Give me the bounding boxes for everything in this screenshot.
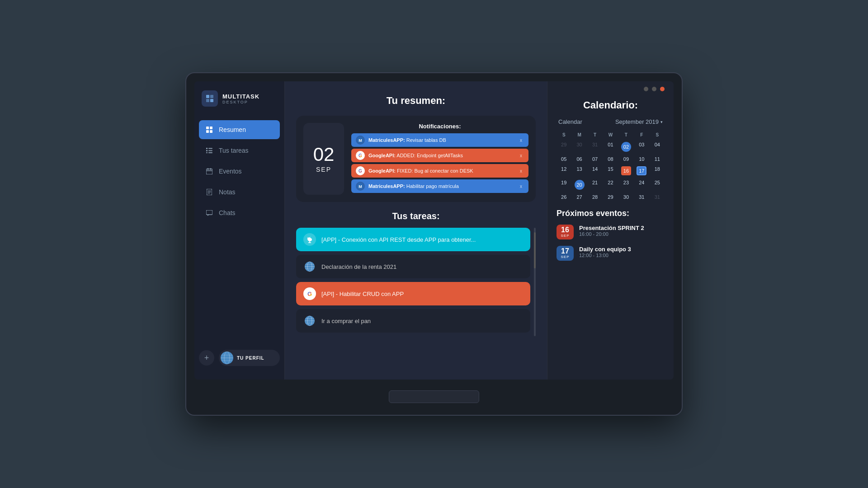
cal-day-29-aug[interactable]: 29 xyxy=(557,140,571,154)
svg-rect-3 xyxy=(210,99,213,102)
brand: MULTITASK DESKTOP xyxy=(194,90,284,120)
sidebar-label-chats: Chats xyxy=(219,209,236,216)
svg-rect-1 xyxy=(210,95,213,98)
cal-day-28[interactable]: 28 xyxy=(588,192,602,202)
dot-3 xyxy=(660,87,665,91)
cal-day-05[interactable]: 05 xyxy=(557,155,571,164)
chevron-down-icon: ▾ xyxy=(660,120,663,124)
cal-header-w: W xyxy=(603,131,618,139)
sidebar-label-tareas: Tus tareas xyxy=(219,147,249,154)
event-time-1: 12:00 - 13:00 xyxy=(579,253,631,258)
add-button[interactable]: + xyxy=(199,350,214,366)
cal-day-08[interactable]: 08 xyxy=(603,155,618,164)
cal-day-19[interactable]: 19 xyxy=(557,178,571,192)
cal-day-21[interactable]: 21 xyxy=(588,178,602,192)
cal-day-18[interactable]: 18 xyxy=(650,164,665,177)
notif-icon-0: M xyxy=(356,136,365,145)
nav-items: Resumen Tus tareas xyxy=(194,120,284,345)
cal-day-23[interactable]: 23 xyxy=(619,178,633,192)
chat-icon xyxy=(205,209,213,217)
notif-text-1: GoogleAPI: ADDED: Endpoint getAllTasks xyxy=(368,153,514,158)
cal-day-22[interactable]: 22 xyxy=(603,178,618,192)
cal-day-10[interactable]: 10 xyxy=(634,155,649,164)
task-item-3[interactable]: Ir a comprar el pan xyxy=(296,309,530,333)
calendar-title: Calendario: xyxy=(557,99,665,111)
cal-day-02[interactable]: 02 xyxy=(619,140,633,154)
calendar-month-text: September 2019 xyxy=(615,118,659,125)
calendar-grid: S M T W T F S 29 30 31 01 02 03 04 05 06… xyxy=(557,131,665,202)
tasks-list: [APP] - Conexión con API REST desde APP … xyxy=(296,228,530,336)
notif-close-0[interactable]: x xyxy=(518,137,524,144)
cal-day-31-oct[interactable]: 31 xyxy=(650,192,665,202)
task-text-0: [APP] - Conexión con API REST desde APP … xyxy=(321,236,523,243)
task-item-1[interactable]: Declaración de la renta 2021 xyxy=(296,255,530,278)
note-icon xyxy=(205,188,213,196)
svg-rect-6 xyxy=(206,130,209,133)
task-item-2[interactable]: G [API] - Habilitar CRUD con APP xyxy=(296,282,530,305)
notif-close-2[interactable]: x xyxy=(518,168,524,174)
tasks-container: [APP] - Conexión con API REST desde APP … xyxy=(296,228,536,336)
notif-item-1: G GoogleAPI: ADDED: Endpoint getAllTasks… xyxy=(351,149,528,162)
event-item-0[interactable]: 16 SEP Presentación SPRINT 2 16:00 - 20:… xyxy=(557,225,665,239)
task-icon-3 xyxy=(303,314,316,327)
event-item-1[interactable]: 17 SEP Daily con equipo 3 12:00 - 13:00 xyxy=(557,246,665,261)
svg-rect-12 xyxy=(206,152,208,153)
svg-rect-10 xyxy=(206,150,208,151)
task-text-2: [API] - Habilitar CRUD con APP xyxy=(321,291,523,297)
scroll-bar[interactable] xyxy=(534,228,536,336)
cal-day-15[interactable]: 15 xyxy=(603,164,618,177)
grid-icon xyxy=(205,126,213,134)
svg-rect-19 xyxy=(208,191,211,191)
cal-day-13[interactable]: 13 xyxy=(572,164,586,177)
cal-header-m: M xyxy=(572,131,586,139)
sidebar-label-eventos: Eventos xyxy=(219,168,242,175)
svg-rect-11 xyxy=(208,150,212,151)
notif-close-3[interactable]: x xyxy=(518,183,524,190)
svg-rect-15 xyxy=(208,168,208,170)
cal-day-26[interactable]: 26 xyxy=(557,192,571,202)
notif-icon-1: G xyxy=(356,151,365,160)
sidebar-item-notas[interactable]: Notas xyxy=(199,183,280,202)
cal-day-12[interactable]: 12 xyxy=(557,164,571,177)
sidebar-item-chats[interactable]: Chats xyxy=(199,203,280,222)
calendar-month-selector[interactable]: September 2019 ▾ xyxy=(615,118,663,125)
notif-text-3: MatriculesAPP: Habilitar pago matrícula xyxy=(368,183,514,189)
cal-header-t2: T xyxy=(619,131,633,139)
laptop-bottom xyxy=(194,380,674,407)
event-details-1: Daily con equipo 3 12:00 - 13:00 xyxy=(579,246,631,258)
cal-day-31-aug[interactable]: 31 xyxy=(588,140,602,154)
notif-close-1[interactable]: x xyxy=(518,152,524,159)
svg-rect-17 xyxy=(206,170,212,171)
cal-day-07[interactable]: 07 xyxy=(588,155,602,164)
cal-day-29-sep[interactable]: 29 xyxy=(603,192,618,202)
task-item-0[interactable]: [APP] - Conexión con API REST desde APP … xyxy=(296,228,530,251)
svg-rect-5 xyxy=(210,127,212,129)
cal-day-27[interactable]: 27 xyxy=(572,192,586,202)
cal-day-20[interactable]: 20 xyxy=(572,178,586,192)
cal-day-17[interactable]: 17 xyxy=(634,164,649,177)
notif-text-0: MatriculesAPP: Revisar tablas DB xyxy=(368,137,514,143)
cal-day-30-aug[interactable]: 30 xyxy=(572,140,586,154)
cal-header-s2: S xyxy=(650,131,665,139)
cal-header-f: F xyxy=(634,131,649,139)
right-panel: Calendario: Calendar September 2019 ▾ S … xyxy=(547,81,674,380)
cal-day-30-sep[interactable]: 30 xyxy=(619,192,633,202)
cal-day-01[interactable]: 01 xyxy=(603,140,618,154)
cal-day-31-sep[interactable]: 31 xyxy=(634,192,649,202)
notif-item-2: G GoogleAPI: FIXED: Bug al conectar con … xyxy=(351,164,528,178)
sidebar-item-tareas[interactable]: Tus tareas xyxy=(199,141,280,160)
cal-day-09[interactable]: 09 xyxy=(619,155,633,164)
cal-day-11[interactable]: 11 xyxy=(650,155,665,164)
cal-day-16[interactable]: 16 xyxy=(619,164,633,177)
cal-day-25[interactable]: 25 xyxy=(650,178,665,192)
profile-area[interactable]: TU PERFIL xyxy=(219,350,280,366)
brand-text: MULTITASK DESKTOP xyxy=(222,93,259,104)
sidebar-item-resumen[interactable]: Resumen xyxy=(199,120,280,139)
cal-day-24[interactable]: 24 xyxy=(634,178,649,192)
cal-day-14[interactable]: 14 xyxy=(588,164,602,177)
sidebar-item-eventos[interactable]: Eventos xyxy=(199,162,280,181)
cal-day-04[interactable]: 04 xyxy=(650,140,665,154)
cal-day-06[interactable]: 06 xyxy=(572,155,586,164)
cal-day-03[interactable]: 03 xyxy=(634,140,649,154)
brand-name: MULTITASK xyxy=(222,93,259,100)
